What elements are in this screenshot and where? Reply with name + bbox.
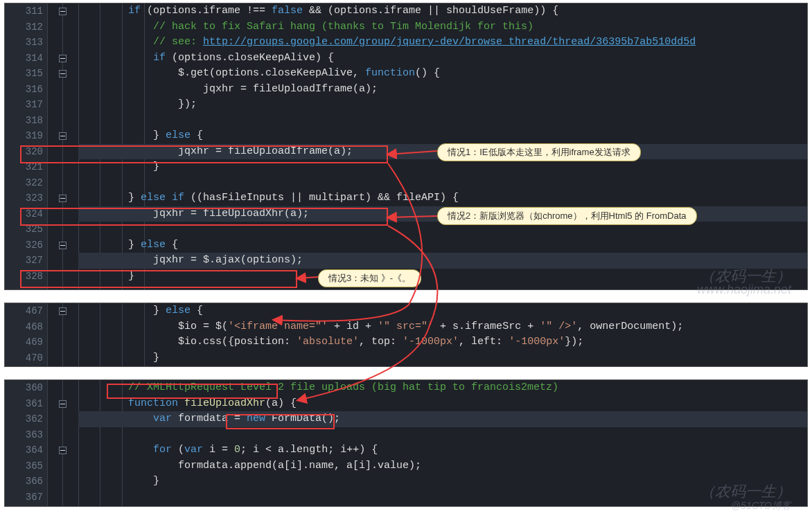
line-number: 324 xyxy=(26,206,43,222)
code-line[interactable]: jqxhr = $.ajax(options); xyxy=(78,253,807,269)
code-line[interactable]: for (var i = 0; i < a.length; i++) { xyxy=(78,442,807,458)
line-number: 317 xyxy=(26,97,43,113)
fold-marker[interactable] xyxy=(59,447,67,454)
line-number: 327 xyxy=(26,253,43,269)
fold-marker[interactable] xyxy=(59,8,67,15)
code-line[interactable] xyxy=(78,490,807,505)
fold-marker[interactable] xyxy=(59,55,67,62)
line-number: 323 xyxy=(26,190,43,206)
code-line[interactable]: formdata.append(a[i].name, a[i].value); xyxy=(78,458,807,474)
code-area[interactable]: // XMLHttpRequest Level 2 file uploads (… xyxy=(78,380,807,506)
line-number: 315 xyxy=(26,66,43,82)
annotation-tag-1: 情况1：IE低版本走这里，利用iframe发送请求 xyxy=(437,143,641,161)
code-line[interactable]: } xyxy=(78,269,807,285)
line-number: 364 xyxy=(26,442,43,458)
code-line[interactable]: } xyxy=(78,474,807,490)
annotation-tag-2: 情况2：新版浏览器（如chrome），利用Html5 的 FromData xyxy=(437,207,697,225)
line-number: 469 xyxy=(26,334,43,350)
line-number: 313 xyxy=(26,35,43,51)
fold-column xyxy=(48,303,79,366)
code-line[interactable]: } xyxy=(78,350,807,366)
code-line[interactable]: } else if ((hasFileInputs || multipart) … xyxy=(78,190,807,206)
line-number: 318 xyxy=(26,113,43,129)
line-number: 367 xyxy=(26,490,43,505)
code-line[interactable]: $.get(options.closeKeepAlive, function()… xyxy=(78,66,807,82)
code-line[interactable]: function fileUploadXhr(a) { xyxy=(78,396,807,412)
fold-marker[interactable] xyxy=(59,307,67,315)
line-number: 319 xyxy=(26,128,43,144)
line-number: 325 xyxy=(26,222,43,237)
line-number: 360 xyxy=(26,380,43,396)
watermark: @51CTO博客 xyxy=(731,500,791,512)
line-number: 328 xyxy=(26,269,43,285)
code-line[interactable]: var formdata = new FormData(); xyxy=(78,411,807,427)
line-number: 470 xyxy=(26,350,43,366)
line-number: 326 xyxy=(26,237,43,253)
gutter: 3113123133143153163173183193203213223233… xyxy=(5,3,48,289)
fold-column xyxy=(48,3,79,289)
code-line[interactable]: } else { xyxy=(78,303,807,319)
line-number: 314 xyxy=(26,51,43,66)
code-line[interactable] xyxy=(78,175,807,191)
annotation-tag-3: 情况3：未知 》-《。 xyxy=(318,269,421,287)
code-line[interactable]: } xyxy=(78,159,807,175)
fold-marker[interactable] xyxy=(59,195,67,202)
line-number: 312 xyxy=(26,19,43,35)
line-number: 366 xyxy=(26,474,43,490)
code-line[interactable]: }); xyxy=(78,97,807,113)
line-number: 322 xyxy=(26,175,43,191)
line-number: 365 xyxy=(26,458,43,474)
code-line[interactable]: $io = $('<iframe name="' + id + '" src="… xyxy=(78,319,807,335)
code-line[interactable]: $io.css({position: 'absolute', top: '-10… xyxy=(78,334,807,350)
code-block-1: 3113123133143153163173183193203213223233… xyxy=(4,3,808,290)
code-area[interactable]: } else { $io = $('<iframe name="' + id +… xyxy=(78,303,807,366)
code-line[interactable]: if (options.iframe !== false && (options… xyxy=(78,3,807,19)
code-line[interactable]: } else { xyxy=(78,237,807,253)
code-line[interactable] xyxy=(78,113,807,129)
fold-column xyxy=(48,380,79,506)
line-number: 467 xyxy=(26,303,43,319)
code-line[interactable]: // XMLHttpRequest Level 2 file uploads (… xyxy=(78,380,807,396)
fold-marker[interactable] xyxy=(59,132,67,140)
gutter: 467468469470 xyxy=(5,303,48,366)
line-number: 362 xyxy=(26,411,43,427)
code-line[interactable]: if (options.closeKeepAlive) { xyxy=(78,51,807,66)
code-line[interactable]: // hack to fix Safari hang (thanks to Ti… xyxy=(78,19,807,35)
code-block-2: 467468469470 } else { $io = $('<iframe n… xyxy=(4,303,808,367)
fold-marker[interactable] xyxy=(59,400,67,408)
code-line[interactable] xyxy=(78,427,807,443)
line-number: 320 xyxy=(26,144,43,160)
watermark: （农码一生） xyxy=(700,481,791,502)
line-number: 363 xyxy=(26,427,43,443)
line-number: 468 xyxy=(26,319,43,335)
watermark: www.haojima.net xyxy=(697,283,791,297)
code-block-3: 360361362363364365366367 // XMLHttpReque… xyxy=(4,379,808,507)
line-number: 311 xyxy=(26,3,43,19)
fold-marker[interactable] xyxy=(59,70,67,78)
line-number: 316 xyxy=(26,82,43,98)
gutter: 360361362363364365366367 xyxy=(5,380,48,506)
line-number: 321 xyxy=(26,159,43,175)
code-line[interactable]: jqxhr = fileUploadIframe(a); xyxy=(78,82,807,98)
line-number: 361 xyxy=(26,396,43,412)
code-line[interactable]: } else { xyxy=(78,128,807,144)
code-line[interactable]: // see: http://groups.google.com/group/j… xyxy=(78,35,807,51)
fold-marker[interactable] xyxy=(59,242,67,249)
